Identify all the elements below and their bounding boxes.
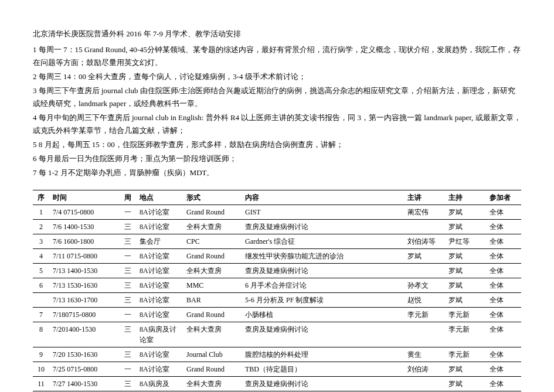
table-row: 107/25 0715-0800一8A讨论室Grand RoundTBD（待定题… [33, 362, 521, 377]
cell: 7/13 1530-1630 [49, 278, 120, 293]
cell: 6 [33, 278, 49, 293]
table-row: 17/4 0715-0800一8A讨论室Grand RoundGIST蔺宏伟罗斌… [33, 205, 521, 220]
cell: 黄生 [404, 347, 445, 362]
cell: 8A讨论室 [136, 249, 183, 264]
cell: TBD（待定题目） [242, 362, 404, 377]
cell: 8A讨论室 [136, 205, 183, 220]
cell: 三 [120, 220, 136, 234]
cell: 小肠移植 [242, 308, 404, 322]
page-title: 北京清华长庚医院普通外科 2016 年 7-9 月学术、教学活动安排 [33, 28, 521, 40]
cell: 8 [33, 322, 49, 347]
cell: 罗斌 [445, 278, 486, 293]
table-header-row: 序 时间 周 地点 形式 内容 主讲 主持 参加者 [33, 190, 521, 205]
cell: 7/13 1630-1700 [49, 293, 120, 308]
cell: 集会厅 [136, 234, 183, 249]
table-row: 67/13 1530-1630三8A讨论室MMC6 月手术合并症讨论孙孝文罗斌全… [33, 278, 521, 293]
cell: 蔺宏伟 [404, 205, 445, 220]
cell: 罗斌 [445, 220, 486, 234]
cell: 一 [120, 249, 136, 264]
cell: 全体 [486, 377, 521, 391]
cell: 8A讨论室 [136, 278, 183, 293]
cell: Grand Round [183, 249, 242, 264]
cell: CPC [183, 234, 242, 249]
note-7: 7 每 1-2 月不定期举办乳癌，胃肠肿瘤（疾病）MDT。 [33, 166, 521, 179]
cell: 继发性甲状旁腺功能亢进的诊治 [242, 249, 404, 264]
table-row: 7/13 1630-1700三8A讨论室BAR5-6 月分析及 PF 制度解读赵… [33, 293, 521, 308]
cell: 刘伯涛 [404, 362, 445, 377]
cell: 7/180715-0800 [49, 308, 120, 322]
cell: 孙孝文 [404, 278, 445, 293]
cell: 三 [120, 264, 136, 278]
cell: 7/25 0715-0800 [49, 362, 120, 377]
cell: 罗斌 [404, 249, 445, 264]
cell: 7/201400-1530 [49, 322, 120, 347]
table-row: 57/13 1400-1530三8A讨论室全科大查房查房及疑难病例讨论罗斌全体 [33, 264, 521, 278]
table-row: 97/20 1530-1630三8A讨论室Journal Club腹腔结核的外科… [33, 347, 521, 362]
th-content: 内容 [242, 190, 404, 205]
th-day: 周 [120, 190, 136, 205]
cell: MMC [183, 278, 242, 293]
cell: BAR [183, 293, 242, 308]
cell: 7/13 1400-1530 [49, 264, 120, 278]
cell: 2 [33, 220, 49, 234]
cell: 三 [120, 322, 136, 347]
cell: 李元新 [445, 347, 486, 362]
cell: 3 [33, 234, 49, 249]
cell: 罗斌 [445, 377, 486, 391]
cell: 尹红等 [445, 234, 486, 249]
table-row: 117/27 1400-1530三8A病房及全科大查房查房及疑难病例讨论罗斌全体 [33, 377, 521, 391]
table-row: 77/180715-0800一8A讨论室Grand Round小肠移植李元新李元… [33, 308, 521, 322]
cell: 8A讨论室 [136, 264, 183, 278]
schedule-table: 序 时间 周 地点 形式 内容 主讲 主持 参加者 17/4 0715-0800… [33, 190, 521, 391]
cell: 三 [120, 234, 136, 249]
cell [404, 264, 445, 278]
cell: 赵悦 [404, 293, 445, 308]
cell: 全体 [486, 234, 521, 249]
table-row: 87/201400-1530三8A病房及讨论室全科大查房查房及疑难病例讨论李元新… [33, 322, 521, 347]
cell: 三 [120, 377, 136, 391]
cell: 全体 [486, 347, 521, 362]
cell: 7/11 0715-0800 [49, 249, 120, 264]
th-part: 参加者 [486, 190, 521, 205]
note-4: 4 每月中旬的周三下午查房后 journal club in English: … [33, 111, 521, 137]
cell: 查房及疑难病例讨论 [242, 264, 404, 278]
note-1: 1 每周一 7：15 Grand Round, 40-45分钟某领域、某专题的综… [33, 43, 521, 69]
cell: 全科大查房 [183, 220, 242, 234]
cell [404, 220, 445, 234]
cell: Grand Round [183, 308, 242, 322]
cell: 全体 [486, 249, 521, 264]
table-row: 47/11 0715-0800一8A讨论室Grand Round继发性甲状旁腺功… [33, 249, 521, 264]
cell: 8A讨论室 [136, 293, 183, 308]
cell: Journal Club [183, 347, 242, 362]
table-body: 17/4 0715-0800一8A讨论室Grand RoundGIST蔺宏伟罗斌… [33, 205, 521, 391]
note-3: 3 每周三下午查房后 journal club 由住院医师/主治医师结合兴趣或近… [33, 84, 521, 110]
cell: 全体 [486, 278, 521, 293]
cell: 7/20 1530-1630 [49, 347, 120, 362]
cell: 罗斌 [445, 293, 486, 308]
cell: 4 [33, 249, 49, 264]
cell: 罗斌 [445, 205, 486, 220]
cell: 李元新 [404, 308, 445, 322]
cell: 8A病房及 [136, 377, 183, 391]
cell: 查房及疑难病例讨论 [242, 220, 404, 234]
note-5: 5 8 月起，每周五 15：00，住院医师教学查房，形式多样，鼓励在病房结合病例… [33, 138, 521, 151]
cell [404, 322, 445, 347]
cell: 7 [33, 308, 49, 322]
cell: 刘伯涛等 [404, 234, 445, 249]
cell: 李元新 [445, 308, 486, 322]
th-seq: 序 [33, 190, 49, 205]
cell: 查房及疑难病例讨论 [242, 377, 404, 391]
cell: 全体 [486, 322, 521, 347]
cell: 罗斌 [445, 362, 486, 377]
table-row: 27/6 1400-1530三8A讨论室全科大查房查房及疑难病例讨论罗斌全体 [33, 220, 521, 234]
cell [404, 377, 445, 391]
cell: 全体 [486, 362, 521, 377]
note-2: 2 每周三 14：00 全科大查房，查每个病人，讨论疑难病例，3-4 级手术术前… [33, 70, 521, 83]
cell: 7/27 1400-1530 [49, 377, 120, 391]
th-speaker: 主讲 [404, 190, 445, 205]
cell: 全科大查房 [183, 377, 242, 391]
cell: 全体 [486, 308, 521, 322]
cell: 全体 [486, 205, 521, 220]
cell: 8A病房及讨论室 [136, 322, 183, 347]
cell: 一 [120, 308, 136, 322]
